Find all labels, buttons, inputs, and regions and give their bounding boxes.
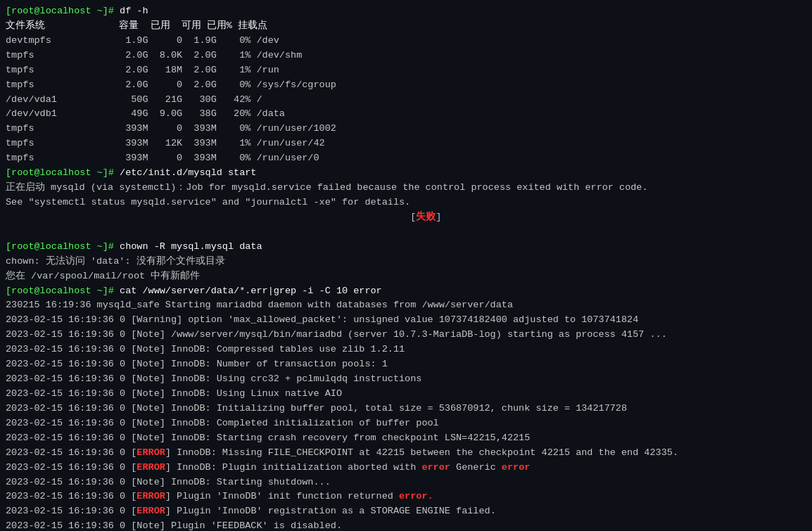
terminal-line: 2023-02-15 16:19:36 0 [Note] InnoDB: Sta…: [6, 475, 806, 490]
terminal-line: 2023-02-15 16:19:36 0 [Warning] option '…: [6, 313, 806, 328]
terminal-line: 2023-02-15 16:19:36 0 [Note] InnoDB: Com…: [6, 343, 806, 357]
terminal-line: 230215 16:19:36 mysqld_safe Starting mar…: [6, 298, 806, 313]
terminal-line: 2023-02-15 16:19:36 0 [Note] InnoDB: Num…: [6, 357, 806, 372]
terminal-line: [root@localhost ~]# df -h: [6, 4, 806, 19]
terminal-line: [6, 225, 806, 240]
terminal-line: See "systemctl status mysqld.service" an…: [6, 196, 806, 210]
terminal-line: 2023-02-15 16:19:36 0 [Note] Plugin 'FEE…: [6, 519, 806, 531]
terminal-line: devtmpfs 1.9G 0 1.9G 0% /dev: [6, 34, 806, 49]
terminal-line: tmpfs 2.0G 18M 2.0G 1% /run: [6, 63, 806, 78]
terminal-line: 2023-02-15 16:19:36 0 [ERROR] Plugin 'In…: [6, 504, 806, 519]
terminal-line: [root@localhost ~]# /etc/init.d/mysqld s…: [6, 166, 806, 181]
terminal-line: 文件系统 容量 已用 可用 已用% 挂载点: [6, 19, 806, 34]
terminal-line: 2023-02-15 16:19:36 0 [ERROR] InnoDB: Pl…: [6, 461, 806, 475]
terminal-line: [root@localhost ~]# cat /www/server/data…: [6, 284, 806, 299]
terminal-line: 2023-02-15 16:19:36 0 [ERROR] InnoDB: Mi…: [6, 446, 806, 461]
terminal-line: tmpfs 393M 0 393M 0% /run/user/0: [6, 151, 806, 166]
terminal-line: 正在启动 mysqld (via systemctl)：Job for mysq…: [6, 181, 806, 196]
terminal-line: [root@localhost ~]# chown -R mysql.mysql…: [6, 240, 806, 255]
terminal-line: 2023-02-15 16:19:36 0 [ERROR] Plugin 'In…: [6, 490, 806, 504]
terminal-line: 2023-02-15 16:19:36 0 [Note] InnoDB: Usi…: [6, 387, 806, 402]
terminal-line: 2023-02-15 16:19:36 0 [Note] InnoDB: Com…: [6, 416, 806, 431]
terminal-line: 2023-02-15 16:19:36 0 [Note] /www/server…: [6, 328, 806, 343]
terminal-line: /dev/vdb1 49G 9.0G 38G 20% /data: [6, 107, 806, 122]
terminal-line: tmpfs 2.0G 0 2.0G 0% /sys/fs/cgroup: [6, 78, 806, 93]
terminal-line: 您在 /var/spool/mail/root 中有新邮件: [6, 269, 806, 284]
terminal-line: 2023-02-15 16:19:36 0 [Note] InnoDB: Usi…: [6, 372, 806, 387]
terminal-line: 2023-02-15 16:19:36 0 [Note] InnoDB: Sta…: [6, 431, 806, 446]
terminal-line: chown: 无法访问 'data': 没有那个文件或目录: [6, 255, 806, 269]
terminal-window: [root@localhost ~]# df -h文件系统 容量 已用 可用 已…: [6, 4, 806, 531]
terminal-line: [失败]: [6, 210, 806, 225]
terminal-line: 2023-02-15 16:19:36 0 [Note] InnoDB: Ini…: [6, 402, 806, 416]
terminal-line: tmpfs 393M 0 393M 0% /run/user/1002: [6, 122, 806, 136]
terminal-line: tmpfs 393M 12K 393M 1% /run/user/42: [6, 136, 806, 151]
terminal-line: /dev/vda1 50G 21G 30G 42% /: [6, 93, 806, 108]
terminal-line: tmpfs 2.0G 8.0K 2.0G 1% /dev/shm: [6, 49, 806, 63]
